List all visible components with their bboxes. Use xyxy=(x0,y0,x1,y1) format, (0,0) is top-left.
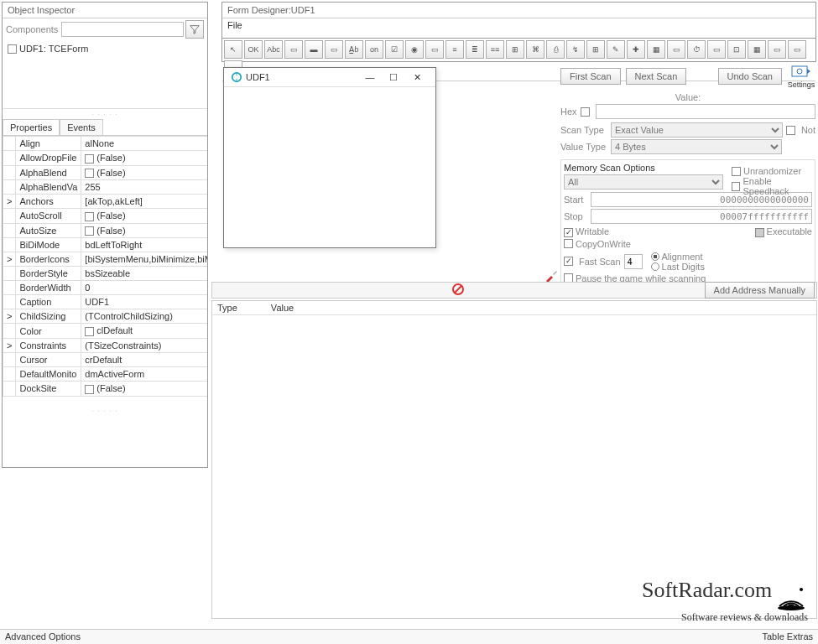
toolbar-button-28[interactable]: ▭ xyxy=(788,40,806,59)
status-right[interactable]: Table Extras xyxy=(762,631,813,642)
toolbar-button-18[interactable]: ⊞ xyxy=(586,40,605,59)
property-row[interactable]: >ChildSizing(TControlChildSizing) xyxy=(3,309,208,324)
col-type[interactable]: Type xyxy=(217,303,237,313)
toolbar-button-22[interactable]: ▭ xyxy=(667,40,685,59)
radar-icon xyxy=(774,578,808,611)
splitter-grip[interactable]: · · · · · xyxy=(3,406,207,416)
toolbar-button-16[interactable]: ⎙ xyxy=(546,40,565,59)
property-row[interactable]: BorderStylebsSizeable xyxy=(3,267,208,281)
property-row[interactable]: AlignalNone xyxy=(3,137,208,151)
executable-checkbox[interactable] xyxy=(755,228,764,237)
toolbar-button-19[interactable]: ✎ xyxy=(607,40,625,59)
speedhack-checkbox[interactable] xyxy=(732,182,740,191)
mem-options-select[interactable]: All xyxy=(564,174,723,190)
designer-window[interactable]: UDF1 — ☐ ✕ xyxy=(223,67,436,248)
toolbar-button-13[interactable]: ≡≡ xyxy=(486,40,504,59)
property-row[interactable]: >Anchors[akTop,akLeft] xyxy=(3,195,208,209)
object-inspector-panel: Object Inspector Components UDF1: TCEFor… xyxy=(2,2,208,468)
property-grid[interactable]: AlignalNoneAllowDropFile(False)AlphaBlen… xyxy=(3,136,207,406)
tab-events[interactable]: Events xyxy=(60,119,103,135)
toolbar-button-4[interactable]: ▬ xyxy=(305,40,323,59)
components-filter-button[interactable] xyxy=(185,20,204,39)
next-scan-button[interactable]: Next Scan xyxy=(626,68,687,85)
tree-checkbox-icon xyxy=(8,44,17,54)
stop-input[interactable] xyxy=(591,209,812,224)
add-address-button[interactable]: Add Address Manually xyxy=(705,282,815,299)
toolbar-button-7[interactable]: on xyxy=(365,40,383,59)
fastscan-input[interactable] xyxy=(624,254,643,269)
toolbar-button-9[interactable]: ◉ xyxy=(405,40,424,59)
not-label: Not xyxy=(801,125,815,135)
writable-label: Writable xyxy=(576,226,609,236)
toolbar-button-25[interactable]: ⊡ xyxy=(727,40,746,59)
undo-scan-button[interactable]: Undo Scan xyxy=(718,68,782,85)
alignment-radio[interactable] xyxy=(651,252,659,261)
designer-canvas: UDF1 — ☐ ✕ xyxy=(221,62,559,282)
value-input[interactable] xyxy=(596,104,815,119)
toolbar-button-12[interactable]: ≣ xyxy=(466,40,484,59)
unrandomizer-checkbox[interactable] xyxy=(732,167,741,176)
toolbar-button-20[interactable]: ✚ xyxy=(627,40,645,59)
lastdigits-radio[interactable] xyxy=(651,262,659,271)
scan-panel: First Scan Next Scan Undo Scan Settings … xyxy=(559,62,817,282)
toolbar-button-5[interactable]: ▭ xyxy=(325,40,343,59)
fastscan-checkbox[interactable] xyxy=(564,257,573,266)
status-left[interactable]: Advanced Options xyxy=(5,631,81,642)
col-value[interactable]: Value xyxy=(271,303,294,313)
not-checkbox[interactable] xyxy=(786,126,795,135)
property-row[interactable]: DefaultMonitodmActiveForm xyxy=(3,366,208,381)
property-row[interactable]: AlphaBlendVa255 xyxy=(3,180,208,195)
toolbar-button-17[interactable]: ↯ xyxy=(566,40,585,59)
toolbar-button-11[interactable]: ≡ xyxy=(445,40,464,59)
toolbar-button-14[interactable]: ⊞ xyxy=(506,40,524,59)
toolbar-button-24[interactable]: ▭ xyxy=(707,40,726,59)
settings-icon[interactable] xyxy=(791,64,811,79)
writable-checkbox[interactable] xyxy=(564,228,573,237)
value-type-select[interactable]: 4 Bytes xyxy=(611,139,782,154)
property-row[interactable]: AllowDropFile(False) xyxy=(3,151,208,166)
close-icon[interactable]: ✕ xyxy=(405,72,429,83)
first-scan-button[interactable]: First Scan xyxy=(560,68,621,85)
cow-label: CopyOnWrite xyxy=(576,239,631,249)
property-row[interactable]: BorderWidth0 xyxy=(3,281,208,295)
property-row[interactable]: >Constraints(TSizeConstraints) xyxy=(3,338,208,352)
maximize-icon[interactable]: ☐ xyxy=(382,72,405,83)
toolbar-button-10[interactable]: ▭ xyxy=(425,40,444,59)
form-grid[interactable] xyxy=(224,87,435,243)
property-row[interactable]: AlphaBlend(False) xyxy=(3,165,208,180)
property-row[interactable]: AutoScroll(False) xyxy=(3,209,208,224)
toolbar-button-27[interactable]: ▭ xyxy=(768,40,786,59)
components-input[interactable] xyxy=(61,22,184,37)
splitter-grip[interactable]: · · · · · xyxy=(3,109,207,119)
toolbar-button-3[interactable]: ▭ xyxy=(284,40,303,59)
component-tree-node[interactable]: UDF1: TCEForm xyxy=(8,44,202,54)
property-row[interactable]: CaptionUDF1 xyxy=(3,295,208,309)
toolbar-button-26[interactable]: ▦ xyxy=(748,40,766,59)
toolbar-button-2[interactable]: Abc xyxy=(264,40,283,59)
menu-file[interactable]: File xyxy=(227,20,242,30)
toolbar-button-0[interactable]: ↖ xyxy=(224,40,242,59)
toolbar-button-15[interactable]: ⌘ xyxy=(526,40,544,59)
property-row[interactable]: ColorclDefault xyxy=(3,324,208,339)
form-designer-title: Form Designer:UDF1 xyxy=(222,3,815,18)
cow-checkbox[interactable] xyxy=(564,239,573,248)
toolbar-button-1[interactable]: OK xyxy=(244,40,263,59)
results-list[interactable] xyxy=(212,315,816,614)
minimize-icon[interactable]: — xyxy=(358,72,382,82)
property-row[interactable]: DockSite(False) xyxy=(3,381,208,396)
svg-point-5 xyxy=(778,605,805,610)
property-row[interactable]: BiDiModebdLeftToRight xyxy=(3,238,208,252)
property-row[interactable]: AutoSize(False) xyxy=(3,223,208,238)
scan-type-select[interactable]: Exact Value xyxy=(611,122,783,138)
toolbar-button-8[interactable]: ☑ xyxy=(385,40,404,59)
watermark-subtitle: Software reviews & downloads xyxy=(642,611,808,624)
value-label: Value: xyxy=(675,92,701,102)
tab-properties[interactable]: Properties xyxy=(3,119,60,135)
toolbar-button-23[interactable]: ⏱ xyxy=(687,40,706,59)
toolbar-button-6[interactable]: A̲b xyxy=(345,40,363,59)
hex-checkbox[interactable] xyxy=(581,107,590,117)
lastdigits-label: Last Digits xyxy=(662,262,705,272)
toolbar-button-21[interactable]: ▦ xyxy=(647,40,665,59)
property-row[interactable]: >BorderIcons[biSystemMenu,biMinimize,biM xyxy=(3,252,208,267)
property-row[interactable]: CursorcrDefault xyxy=(3,352,208,366)
